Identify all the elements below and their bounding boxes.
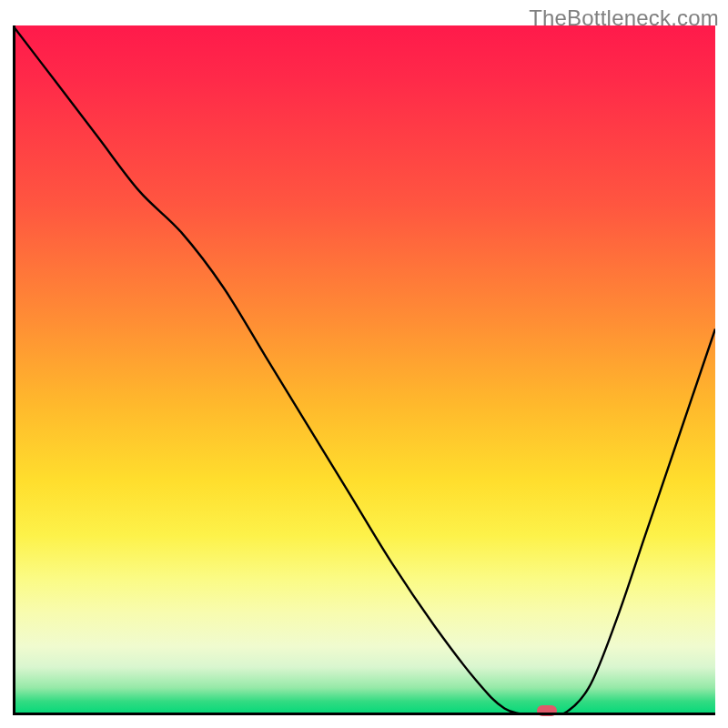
chart-frame: TheBottleneck.com	[0, 0, 728, 728]
curve-svg	[13, 25, 715, 715]
optimum-marker	[537, 705, 557, 716]
plot-area	[13, 25, 715, 715]
bottleneck-curve-path	[13, 25, 715, 715]
